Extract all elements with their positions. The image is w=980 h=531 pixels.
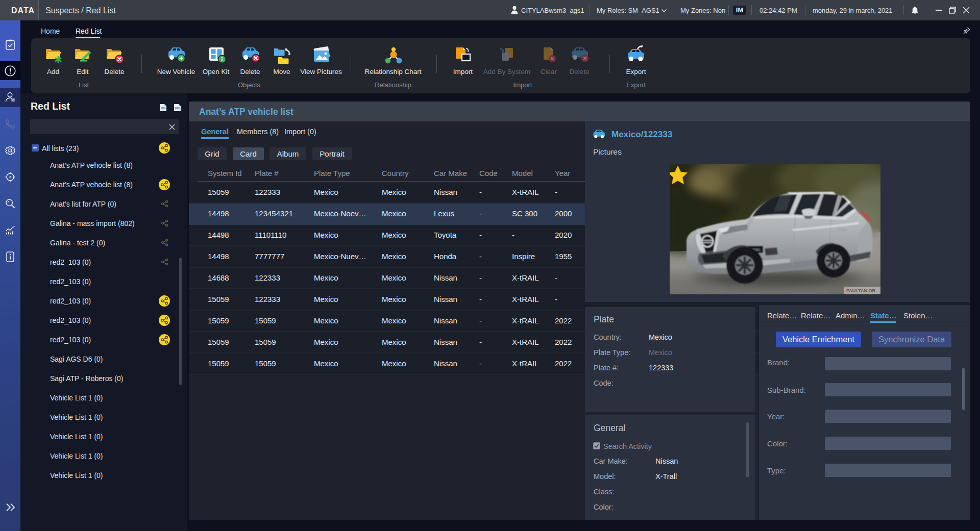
- svg-text:PAULTAN.OR: PAULTAN.OR: [846, 288, 875, 293]
